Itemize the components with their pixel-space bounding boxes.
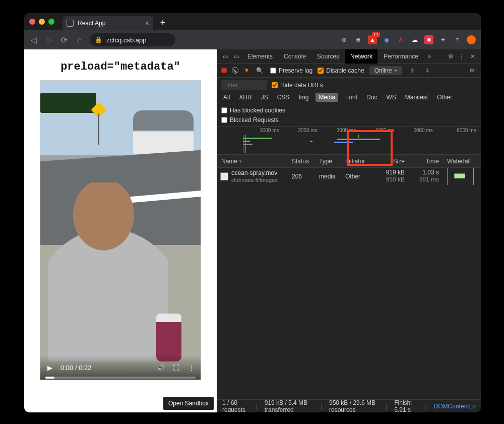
tab-network[interactable]: Network <box>345 49 377 64</box>
has-blocked-cookies-checkbox[interactable]: Has blocked cookies <box>221 107 285 114</box>
cell-status: 206 <box>288 173 315 180</box>
type-xhr[interactable]: XHR <box>237 93 254 102</box>
reload-button[interactable]: ⟳ <box>59 35 69 44</box>
cell-time: 1.03 s 381 ms <box>409 169 443 184</box>
column-waterfall[interactable]: Waterfall <box>443 158 481 165</box>
extension-icon-4[interactable]: ■ <box>424 35 433 44</box>
tab-elements[interactable]: Elements <box>242 49 278 64</box>
cell-type: media <box>315 173 341 180</box>
url-text: zcfcq.csb.app <box>106 36 147 44</box>
tab-sources[interactable]: Sources <box>312 49 344 64</box>
tab-performance[interactable]: Performance <box>379 49 423 64</box>
network-filter-bar: Hide data URLs All XHR JS CSS Img Media … <box>217 78 481 127</box>
window-controls <box>29 19 54 25</box>
volume-button[interactable]: 🔊 <box>156 363 165 372</box>
record-button[interactable] <box>221 68 227 73</box>
maximize-window-button[interactable] <box>48 19 54 25</box>
filter-toggle-icon[interactable]: ▼ <box>243 67 250 74</box>
clear-button[interactable] <box>232 67 238 74</box>
column-time[interactable]: Time <box>409 158 443 165</box>
column-status[interactable]: Status <box>288 158 315 165</box>
cell-size: 919 kB 950 kB <box>368 169 409 184</box>
type-js[interactable]: JS <box>259 93 270 102</box>
extensions-puzzle-icon[interactable]: ✦ <box>438 35 448 44</box>
column-size[interactable]: Size <box>368 158 409 165</box>
column-initiator[interactable]: Initiator <box>341 158 368 165</box>
lock-icon: 🔒 <box>95 36 102 43</box>
video-progress[interactable] <box>45 377 196 379</box>
type-doc[interactable]: Doc <box>364 93 379 102</box>
close-window-button[interactable] <box>29 19 35 25</box>
search-icon[interactable]: 🔍 <box>255 67 265 74</box>
network-settings-gear-icon[interactable]: ⚙ <box>467 67 477 74</box>
extension-icon-1[interactable]: ◉ <box>382 35 391 44</box>
inspect-element-icon[interactable]: ▭ <box>220 53 230 60</box>
preserve-log-checkbox[interactable]: Preserve log <box>270 67 312 74</box>
type-manifest[interactable]: Manifest <box>403 93 430 102</box>
video-player[interactable]: ▶ 0:00 / 0:22 🔊 ⛶ ⋮ <box>40 80 201 380</box>
fullscreen-button[interactable]: ⛶ <box>171 363 180 372</box>
extension-badge-icon[interactable]: ▲ <box>368 35 377 44</box>
status-finish: Finish: 5.91 s <box>394 399 418 413</box>
extension-icon-2[interactable]: ✗ <box>396 35 405 44</box>
toolbar: ◁ ▷ ⟳ ⌂ 🔒 zcfcq.csb.app ⊕ ⛨ ▲ ◉ ✗ ☁ ■ ✦ … <box>24 30 481 49</box>
devtools-panel: ▭ ▭ Elements Console Sources Network Per… <box>217 49 481 412</box>
cell-initiator: Other <box>341 173 368 180</box>
open-sandbox-button[interactable]: Open Sandbox <box>163 397 214 410</box>
more-tabs-icon[interactable]: » <box>424 53 434 60</box>
content-area: preload="metadata" ▶ 0:00 / 0:22 🔊 ⛶ ⋮ <box>24 49 481 412</box>
settings-gear-icon[interactable]: ⚙ <box>446 53 456 60</box>
hide-data-urls-checkbox[interactable]: Hide data URLs <box>272 82 323 89</box>
back-button[interactable]: ◁ <box>29 35 38 44</box>
extensions-area: ⊕ ⛨ ▲ ◉ ✗ ☁ ■ ✦ ≡ <box>340 35 476 44</box>
titlebar: React App × + <box>24 13 481 30</box>
play-button[interactable]: ▶ <box>45 363 54 372</box>
home-button[interactable]: ⌂ <box>75 35 84 44</box>
request-name: ocean-spray.mov <box>231 170 278 177</box>
forward-button[interactable]: ▷ <box>44 35 53 44</box>
profile-icon[interactable] <box>467 35 476 44</box>
extension-icon-3[interactable]: ☁ <box>410 35 419 44</box>
page-heading: preload="metadata" <box>60 60 180 73</box>
device-toggle-icon[interactable]: ▭ <box>231 53 241 60</box>
type-font[interactable]: Font <box>343 93 359 102</box>
tab-favicon <box>67 20 74 27</box>
brave-shield-icon[interactable]: ⛨ <box>354 35 363 44</box>
video-menu-button[interactable]: ⋮ <box>186 363 196 372</box>
status-domcontentloaded: DOMContentLo <box>434 403 476 410</box>
site-settings-icon[interactable]: ⊕ <box>340 35 349 44</box>
network-toolbar: ▼ 🔍 Preserve log Disable cache Online ⬆ … <box>217 64 481 78</box>
browser-tab[interactable]: React App × <box>62 16 153 30</box>
column-name[interactable]: Name▾ <box>217 158 288 165</box>
throttling-select[interactable]: Online <box>369 66 403 75</box>
type-other[interactable]: Other <box>435 93 454 102</box>
download-har-icon[interactable]: ⬇ <box>422 67 432 74</box>
playlist-icon[interactable]: ≡ <box>453 35 462 44</box>
type-all[interactable]: All <box>221 93 232 102</box>
page-viewport: preload="metadata" ▶ 0:00 / 0:22 🔊 ⛶ ⋮ <box>24 49 217 412</box>
address-bar[interactable]: 🔒 zcfcq.csb.app <box>90 33 175 46</box>
close-devtools-button[interactable]: ✕ <box>468 53 478 60</box>
blocked-requests-checkbox[interactable]: Blocked Requests <box>221 116 279 124</box>
status-resources: 950 kB / 29.6 MB resources <box>329 399 379 413</box>
cell-waterfall <box>443 168 481 185</box>
minimize-window-button[interactable] <box>39 19 45 25</box>
type-ws[interactable]: WS <box>384 93 398 102</box>
type-img[interactable]: Img <box>296 93 310 102</box>
upload-har-icon[interactable]: ⬆ <box>407 67 417 74</box>
close-tab-button[interactable]: × <box>145 19 149 27</box>
disable-cache-checkbox[interactable]: Disable cache <box>318 67 364 74</box>
type-css[interactable]: CSS <box>275 93 292 102</box>
tab-title: React App <box>78 20 141 27</box>
browser-window: React App × + ◁ ▷ ⟳ ⌂ 🔒 zcfcq.csb.app ⊕ … <box>24 13 481 412</box>
network-timeline-overview[interactable]: 1000 ms 2000 ms 3000 ms 4000 ms 5000 ms … <box>217 127 481 155</box>
status-transferred: 919 kB / 5.4 MB transferred <box>265 399 313 413</box>
tab-console[interactable]: Console <box>279 49 311 64</box>
new-tab-button[interactable]: + <box>156 16 169 29</box>
filter-input[interactable] <box>221 80 267 90</box>
column-type[interactable]: Type <box>315 158 341 165</box>
type-media[interactable]: Media <box>316 93 338 102</box>
network-row[interactable]: ocean-spray.mov clubmate.fi/images 206 m… <box>217 168 481 185</box>
kebab-menu-icon[interactable]: ⋮ <box>457 53 467 60</box>
network-table-body: ocean-spray.mov clubmate.fi/images 206 m… <box>217 168 481 399</box>
